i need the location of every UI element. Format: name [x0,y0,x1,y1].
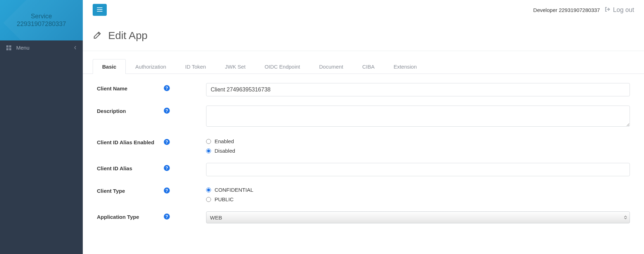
help-icon[interactable]: ? [164,85,170,91]
help-icon[interactable]: ? [164,108,170,114]
radio-alias-disabled-input[interactable] [206,148,211,153]
tabs: Basic Authorization ID Token JWK Set OID… [83,51,644,74]
tab-ciba[interactable]: CIBA [353,59,384,74]
toggle-sidebar-button[interactable] [93,4,107,16]
radio-client-type-confidential-label: CONFIDENTIAL [215,187,253,193]
row-description: Description ? [97,106,630,128]
label-client-id-alias-enabled: Client ID Alias Enabled [97,137,164,145]
radio-client-type-confidential[interactable]: CONFIDENTIAL [206,187,630,193]
tab-id-token[interactable]: ID Token [176,59,216,74]
current-user-label: Developer 22931907280337 [533,7,600,13]
row-client-id-alias-enabled: Client ID Alias Enabled ? Enabled Disabl… [97,137,630,154]
radio-alias-disabled[interactable]: Disabled [206,148,630,154]
main: Developer 22931907280337 Log out [83,0,644,254]
svg-rect-2 [6,48,8,50]
tab-oidc-endpoint[interactable]: OIDC Endpoint [255,59,310,74]
svg-rect-1 [9,45,11,47]
tab-jwk-set[interactable]: JWK Set [216,59,255,74]
row-client-type: Client Type ? CONFIDENTIAL PUBLIC [97,185,630,202]
client-name-input[interactable] [206,83,630,96]
application-type-select[interactable]: WEB [206,211,630,223]
tab-basic[interactable]: Basic [93,59,126,74]
row-client-name: Client Name ? [97,83,630,96]
svg-rect-5 [97,9,102,10]
sidebar-menu-label: Menu [16,45,30,51]
svg-rect-4 [97,7,102,8]
tab-extension[interactable]: Extension [384,59,426,74]
form-basic: Client Name ? Description ? Client ID Al… [83,74,644,237]
radio-alias-enabled[interactable]: Enabled [206,138,630,144]
brand-line2: 22931907280337 [17,20,66,28]
label-application-type: Application Type [97,211,164,220]
radio-alias-enabled-input[interactable] [206,139,211,144]
description-textarea[interactable] [206,106,630,127]
row-application-type: Application Type ? WEB [97,211,630,223]
radio-client-type-public-input[interactable] [206,197,211,202]
logout-link[interactable]: Log out [605,6,634,14]
label-client-id-alias: Client ID Alias [97,163,164,171]
radio-alias-disabled-label: Disabled [215,148,235,154]
radio-alias-enabled-label: Enabled [215,138,234,144]
sidebar: Service 22931907280337 Menu [0,0,83,254]
help-icon[interactable]: ? [164,214,170,220]
radio-client-type-public[interactable]: PUBLIC [206,196,630,202]
grid-icon [6,45,11,50]
brand-line1: Service [31,13,52,20]
row-client-id-alias: Client ID Alias ? [97,163,630,176]
help-icon[interactable]: ? [164,139,170,145]
sidebar-brand: Service 22931907280337 [0,0,83,40]
label-client-name: Client Name [97,83,164,91]
help-icon[interactable]: ? [164,188,170,193]
topbar: Developer 22931907280337 Log out [83,0,644,20]
label-description: Description [97,106,164,114]
radio-client-type-confidential-input[interactable] [206,188,211,192]
page-title: Edit App [108,30,148,42]
radio-client-type-public-label: PUBLIC [215,196,234,202]
hamburger-icon [97,7,103,13]
edit-icon [93,31,102,41]
chevron-left-icon [74,45,76,51]
sidebar-menu[interactable]: Menu [0,40,83,55]
page-header: Edit App [83,20,644,51]
label-client-type: Client Type [97,185,164,194]
tab-document[interactable]: Document [310,59,353,74]
help-icon[interactable]: ? [164,165,170,171]
tab-authorization[interactable]: Authorization [126,59,176,74]
svg-rect-6 [97,11,102,12]
signout-icon [605,6,610,14]
svg-rect-0 [6,45,8,47]
client-id-alias-input[interactable] [206,163,630,176]
svg-rect-3 [9,48,11,50]
logout-label: Log out [613,6,634,14]
